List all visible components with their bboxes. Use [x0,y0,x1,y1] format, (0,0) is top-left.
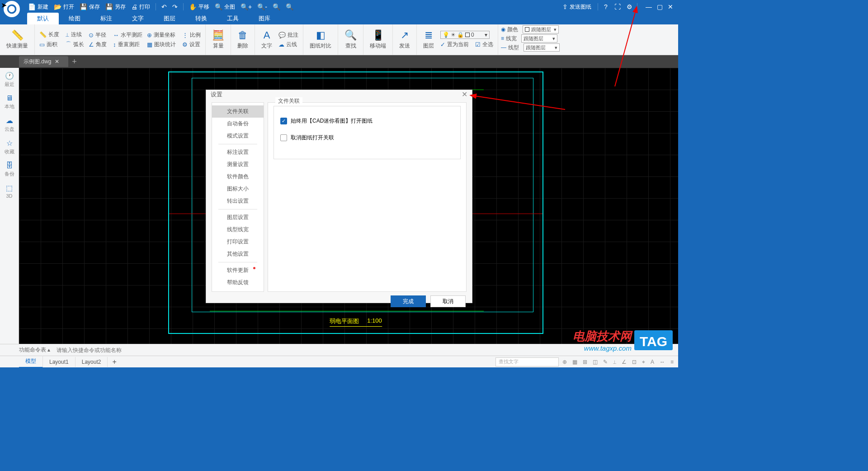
ok-button[interactable]: 完成 [391,295,426,307]
new-file[interactable]: 📄新建 [25,3,51,11]
color-select[interactable]: 跟随图层▾ [523,25,559,33]
mobile[interactable]: 📱移动端 [367,28,389,52]
status-icon-2[interactable]: ▦ [572,359,577,365]
status-icon-3[interactable]: ⊞ [583,359,587,365]
panel-local[interactable]: 🖥本地 [5,94,14,110]
cancel-button[interactable]: 取消 [430,295,466,307]
nav-feedback[interactable]: 帮助反馈 [212,276,264,289]
lineweight-select[interactable]: 跟随图层▾ [521,34,557,43]
measure-arc[interactable]: ⌒弧长 [65,40,85,49]
save-as[interactable]: 💾另存 [103,3,128,11]
tab-tools[interactable]: 工具 [217,13,249,24]
close-tab-icon[interactable]: ✕ [55,58,59,65]
nav-colors[interactable]: 软件颜色 [212,171,264,183]
checkbox-cancel-assoc[interactable]: 取消图纸打开关联 [280,134,454,142]
status-icon-8[interactable]: ⊡ [632,359,637,365]
settings-button[interactable]: ⚙ [625,3,633,11]
save-file[interactable]: 💾保存 [77,3,103,11]
redo[interactable]: ↷ [170,3,180,10]
status-icon-9[interactable]: ⌖ [642,359,645,365]
layer-manager[interactable]: ≣图层 [420,28,437,52]
file-tab[interactable]: 示例图.dwg✕ [19,56,68,67]
tab-layer[interactable]: 图层 [154,13,185,24]
measure-length[interactable]: 📏长度 [38,30,60,39]
zoom-in[interactable]: 🔍+ [238,3,255,10]
open-file[interactable]: 📂打开 [51,3,77,11]
fullscreen-button[interactable]: ⛶ [613,3,622,11]
tab-draw[interactable]: 绘图 [59,13,90,24]
nav-annotate[interactable]: 标注设置 [212,146,264,158]
minimize-button[interactable]: — [645,3,653,11]
status-icon-12[interactable]: ≡ [670,359,674,365]
nav-print[interactable]: 打印设置 [212,236,264,248]
command-input[interactable] [55,346,236,355]
status-icon-7[interactable]: ∠ [622,359,627,365]
compare-drawings[interactable]: ◧图纸对比 [307,28,334,52]
status-icon-11[interactable]: ↔ [660,359,665,365]
quick-measure[interactable]: 📏快速测量 [4,28,31,52]
undo[interactable]: ↶ [159,3,170,10]
nav-icon-size[interactable]: 图标大小 [212,183,264,195]
measure-settings[interactable]: ⚙设置 [181,40,202,49]
tab-default[interactable]: 默认 [27,13,59,24]
nav-update[interactable]: 软件更新 [212,264,264,276]
nav-other[interactable]: 其他设置 [212,248,264,260]
status-icon-5[interactable]: ✎ [603,359,608,365]
measure-vdist[interactable]: ↕垂直测距 [112,40,143,49]
panel-cloud[interactable]: ☁云盘 [5,116,14,133]
tab-layout1[interactable]: Layout1 [43,357,75,367]
nav-linetype[interactable]: 线型线宽 [212,224,264,236]
pan[interactable]: ✋平移 [186,3,212,11]
nav-measure[interactable]: 测量设置 [212,158,264,171]
add-tab-button[interactable]: + [72,57,77,67]
nav-file-assoc[interactable]: 文件关联 [212,105,264,118]
measure-continuous[interactable]: ⟂连续 [65,30,85,39]
text-tool[interactable]: A文字 [259,28,275,52]
zoom-window[interactable]: 🔍 [270,3,283,10]
nav-layer[interactable]: 图层设置 [212,211,264,224]
measure-scale[interactable]: ⋮比例 [181,31,202,39]
zoom-reset[interactable]: 🔍 [283,3,296,10]
panel-3d[interactable]: ⬚3D [6,184,13,199]
close-button[interactable]: ✕ [666,3,675,11]
delete-tool[interactable]: 🗑删除 [235,28,251,52]
tab-model[interactable]: 模型 [19,356,43,367]
maximize-button[interactable]: ▢ [656,3,664,11]
select-all[interactable]: ☑全选 [474,40,494,49]
nav-export[interactable]: 转出设置 [212,195,264,207]
annotation-tool[interactable]: 💬批注 [278,31,299,39]
status-icon-10[interactable]: A [651,359,654,365]
checkbox-always-open[interactable]: ✓ 始终用【CAD迷你看图】打开图纸 [280,117,454,125]
send-drawing[interactable]: ⇪发送图纸 [560,3,594,11]
calc-qty[interactable]: 🧮算量 [209,28,227,52]
cloud-line[interactable]: ☁云线 [278,40,299,49]
zoom-out[interactable]: 🔍- [255,3,270,10]
block-stats[interactable]: ▦图块统计 [146,40,177,49]
measure-angle[interactable]: ∠角度 [88,40,108,49]
nav-mode[interactable]: 模式设置 [212,130,264,142]
panel-recent[interactable]: 🕐最近 [5,71,14,88]
tab-text[interactable]: 文字 [122,13,154,24]
set-current[interactable]: ✓置为当前 [439,40,470,49]
tab-library[interactable]: 图库 [249,13,280,24]
status-icon-4[interactable]: ◫ [593,359,598,365]
tab-convert[interactable]: 转换 [185,13,217,24]
panel-backup[interactable]: 🗄备份 [5,162,14,177]
tab-layout2[interactable]: Layout2 [75,357,108,367]
layer-selector[interactable]: 💡☀🔒0▾ [439,30,494,39]
send[interactable]: ↗发送 [396,28,413,52]
dialog-close-button[interactable]: ✕ [462,90,467,99]
linetype-select[interactable]: 跟随图层▾ [524,43,560,52]
help-button[interactable]: ? [602,3,610,11]
measure-area[interactable]: ▭面积 [38,40,60,49]
status-icon-1[interactable]: ⊕ [562,359,567,365]
measure-coord[interactable]: ⊕测量坐标 [146,31,177,39]
panel-favorite[interactable]: ☆收藏 [5,139,14,155]
measure-radius[interactable]: ⊙半径 [88,31,108,39]
print[interactable]: 🖨打印 [128,3,153,11]
add-layout[interactable]: + [108,358,121,366]
text-search-input[interactable]: 查找文字 [495,357,559,366]
tab-annotate[interactable]: 标注 [90,13,122,24]
find-tool[interactable]: 🔍查找 [342,28,359,52]
nav-auto-backup[interactable]: 自动备份 [212,118,264,130]
